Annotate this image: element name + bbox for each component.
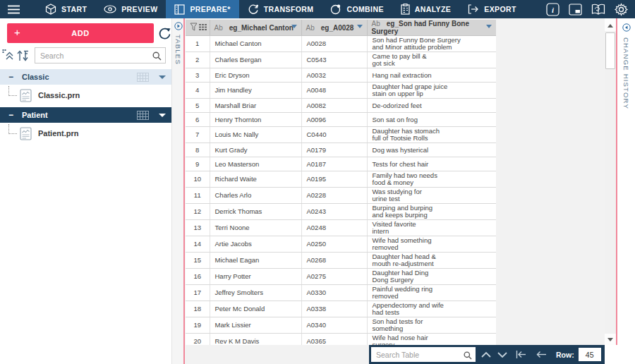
collapse-all-icon[interactable]: [2, 49, 14, 62]
name-cell[interactable]: Derrick Thomas: [210, 204, 301, 220]
row-number-cell[interactable]: 11: [186, 188, 210, 204]
row-number-cell[interactable]: 4: [186, 83, 210, 99]
description-cell[interactable]: Came to pay bill & got sick: [367, 52, 496, 68]
row-number-cell[interactable]: 19: [186, 317, 210, 334]
row-number-cell[interactable]: 5: [186, 99, 210, 113]
name-cell[interactable]: Kurt Grady: [210, 143, 301, 157]
code-cell[interactable]: A0243: [301, 204, 367, 220]
name-cell[interactable]: Mark Lissier: [210, 317, 301, 334]
row-number-cell[interactable]: 15: [186, 253, 210, 269]
name-cell[interactable]: Peter Mc Donald: [210, 301, 301, 317]
description-cell[interactable]: Son sat on frog: [367, 113, 496, 127]
code-cell[interactable]: A0365: [301, 334, 367, 346]
table-row[interactable]: 1Michael CantonA0028Son had Funny Bone S…: [186, 36, 496, 52]
row-number-cell[interactable]: 2: [186, 52, 210, 68]
row-number-cell[interactable]: 14: [186, 236, 210, 253]
name-cell[interactable]: Harry Potter: [210, 269, 301, 285]
vertical-scrollbar[interactable]: [605, 20, 616, 345]
description-cell[interactable]: Son had Funny Bone Surgery and Minor att…: [367, 36, 496, 52]
description-cell[interactable]: Daughter has stomach full of Tootsie Rol…: [367, 127, 496, 143]
collapse-panel-toggle-icon[interactable]: [174, 22, 183, 30]
tab-preview[interactable]: PREVIEW: [95, 0, 166, 18]
code-cell[interactable]: A0082: [301, 99, 367, 113]
description-cell[interactable]: De-odorized feet: [367, 99, 496, 113]
name-cell[interactable]: Charles Arlo: [210, 188, 301, 204]
row-number-cell[interactable]: 18: [186, 301, 210, 317]
tab-start[interactable]: START: [37, 0, 95, 18]
code-cell[interactable]: C0543: [301, 52, 367, 68]
table-row[interactable]: 12Derrick ThomasA0243Burping and burping…: [186, 204, 496, 220]
help-book-icon[interactable]: [591, 4, 605, 16]
column-menu-icon[interactable]: [291, 25, 297, 28]
collapse-icon[interactable]: −: [8, 110, 18, 120]
name-cell[interactable]: Marshall Briar: [210, 99, 301, 113]
column-header-name[interactable]: Abeg_Michael Canton: [210, 20, 301, 36]
name-cell[interactable]: Michael Canton: [210, 36, 301, 52]
row-number-cell[interactable]: 3: [186, 68, 210, 83]
row-number-cell[interactable]: 8: [186, 143, 210, 157]
code-cell[interactable]: A0250: [301, 236, 367, 253]
tab-prepare[interactable]: PREPARE*: [166, 0, 238, 18]
tab-transform[interactable]: TRANSFORM: [239, 0, 322, 18]
row-number-cell[interactable]: 12: [186, 204, 210, 220]
description-cell[interactable]: Family had two needs food & money: [367, 171, 496, 188]
window-panel-icon[interactable]: [569, 4, 582, 16]
table-row[interactable]: 20Rev K M DavisA0365Wife had nose hair s…: [186, 334, 496, 346]
table-row[interactable]: 18Peter Mc DonaldA0338Appendectomy and w…: [186, 301, 496, 317]
description-cell[interactable]: Visited favorite intern: [367, 220, 496, 236]
add-button[interactable]: + ADD: [7, 23, 154, 43]
hamburger-menu-icon[interactable]: [0, 0, 27, 18]
collapse-icon[interactable]: −: [8, 72, 18, 82]
description-cell[interactable]: Hang nail extraction: [367, 68, 496, 83]
refresh-icon[interactable]: [158, 27, 171, 40]
description-cell[interactable]: Son had tests for something: [367, 317, 496, 334]
description-cell[interactable]: Daughter had grape juice stain on upper …: [367, 83, 496, 99]
scroll-down-icon[interactable]: [605, 334, 616, 345]
row-selector-header[interactable]: [186, 20, 210, 36]
name-cell[interactable]: Henry Thornton: [210, 113, 301, 127]
name-cell[interactable]: Louis Mc Nally: [210, 127, 301, 143]
table-row[interactable]: 15Michael EaganA0268Daughter had head & …: [186, 253, 496, 269]
table-row[interactable]: 11Charles ArloA0228Was studying for urin…: [186, 188, 496, 204]
first-row-icon[interactable]: [516, 346, 526, 363]
name-cell[interactable]: Artie Jacobs: [210, 236, 301, 253]
description-cell[interactable]: Daughter had head & mouth re-adjustment: [367, 253, 496, 269]
search-next-icon[interactable]: [497, 346, 507, 363]
table-row[interactable]: 8Kurt GradyA0179Dog was hysterical: [186, 143, 496, 157]
table-row[interactable]: 13Terri NooneA0248Visited favorite inter…: [186, 220, 496, 236]
code-cell[interactable]: A0028: [301, 36, 367, 52]
previous-row-icon[interactable]: [536, 346, 547, 363]
row-number-cell[interactable]: 10: [186, 171, 210, 188]
description-cell[interactable]: Daughter had Ding Dong Surgery: [367, 269, 496, 285]
row-number-cell[interactable]: 6: [186, 113, 210, 127]
sort-order-icon[interactable]: [16, 49, 30, 62]
code-cell[interactable]: A0096: [301, 113, 367, 127]
group-header-patient[interactable]: − Patient: [0, 107, 171, 123]
row-number-cell[interactable]: 13: [186, 220, 210, 236]
description-cell[interactable]: Tests for chest hair: [367, 157, 496, 171]
info-icon[interactable]: i: [546, 3, 560, 16]
row-number-cell[interactable]: 9: [186, 157, 210, 171]
table-search-input[interactable]: [371, 347, 476, 362]
name-cell[interactable]: Richard Waite: [210, 171, 301, 188]
sidebar-search-input[interactable]: [35, 47, 166, 63]
name-cell[interactable]: Charles Bergan: [210, 52, 301, 68]
code-cell[interactable]: A0275: [301, 269, 367, 285]
code-cell[interactable]: A0032: [301, 68, 367, 83]
search-prev-icon[interactable]: [481, 346, 491, 363]
description-cell[interactable]: Wife had nose hair surgery: [367, 334, 496, 346]
change-history-label[interactable]: CHANGE HISTORY: [622, 37, 630, 109]
row-number-cell[interactable]: 7: [186, 127, 210, 143]
tab-combine[interactable]: COMBINE: [322, 0, 392, 18]
tab-export[interactable]: EXPORT: [459, 0, 525, 18]
sidebar-item-patient-prn[interactable]: Patient.prn: [0, 123, 171, 144]
description-cell[interactable]: Appendectomy and wife had tests: [367, 301, 496, 317]
description-cell[interactable]: Burping and burping and keeps burping: [367, 204, 496, 220]
settings-gear-icon[interactable]: [615, 3, 628, 16]
row-number-cell[interactable]: 17: [186, 285, 210, 301]
code-cell[interactable]: A0179: [301, 143, 367, 157]
scroll-up-icon[interactable]: [605, 20, 616, 31]
table-row[interactable]: 19Mark LissierA0340Son had tests for som…: [186, 317, 496, 334]
description-cell[interactable]: Painful wedding ring removed: [367, 285, 496, 301]
code-cell[interactable]: C0440: [301, 127, 367, 143]
